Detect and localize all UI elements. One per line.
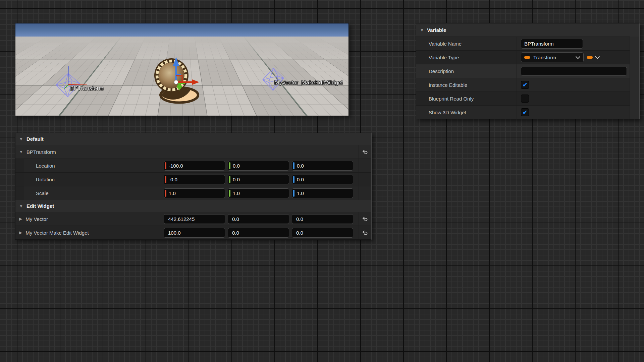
row-rotation: Rotation -0.0 0.0 0.0 <box>15 172 371 186</box>
collapse-arrow-icon[interactable]: ▼ <box>420 28 424 32</box>
y-axis-bar-icon <box>229 190 230 197</box>
z-axis-bar-icon <box>293 176 294 183</box>
row-show-3d-widget: Show 3D Widget <box>416 105 639 119</box>
z-axis-bar-icon <box>293 190 294 197</box>
location-y-field[interactable]: 0.0 <box>228 161 289 171</box>
rotation-x-field[interactable]: -0.0 <box>164 175 225 184</box>
variable-section-title: Variable <box>427 27 446 33</box>
row-variable-name: Variable Name <box>416 37 639 50</box>
my-vector-make-edit-widget-label: My Vector Make Edit Widget <box>25 230 89 236</box>
actor-label-bptransform: BPTransform <box>70 85 104 92</box>
indent-gutter <box>15 186 24 200</box>
default-section-header[interactable]: ▼ Default <box>15 133 371 145</box>
viewport-scene <box>15 23 348 116</box>
scale-x-field[interactable]: 1.0 <box>164 188 225 198</box>
my-vector-y-field[interactable]: 0.0 <box>228 214 289 224</box>
panel-scrollbar-gutter <box>630 37 639 119</box>
scale-z-field[interactable]: 1.0 <box>292 188 353 198</box>
reset-to-default-button[interactable] <box>361 229 369 236</box>
defaults-details-panel: ▼ Default ▼ BPTransform Location -100.0 … <box>15 133 372 240</box>
variable-name-label: Variable Name <box>429 41 462 47</box>
row-variable-type: Variable Type Transform <box>416 50 639 64</box>
expand-arrow-icon[interactable]: ▶ <box>19 231 22 235</box>
expand-arrow-icon[interactable]: ▶ <box>19 217 22 221</box>
my-vector-make-edit-widget-x-field[interactable]: 100.0 <box>164 228 225 238</box>
rotation-label: Rotation <box>24 177 55 182</box>
reset-to-default-button[interactable] <box>361 148 369 156</box>
edit-widget-section-header[interactable]: ▼ Edit Widget <box>15 200 371 212</box>
chevron-down-icon <box>576 54 580 59</box>
default-section-title: Default <box>26 136 44 142</box>
variable-details-panel: ▼ Variable Variable Name Variable Type T… <box>416 23 640 119</box>
my-vector-x-field[interactable]: 442.612245 <box>164 214 225 224</box>
rotation-z-field[interactable]: 0.0 <box>292 175 353 184</box>
3d-preview-viewport[interactable]: BPTransform MyVector_MakeEditWidget <box>15 23 349 116</box>
location-x-field[interactable]: -100.0 <box>164 161 225 171</box>
actor-label-myvector: MyVector_MakeEditWidget <box>274 79 343 86</box>
row-my-vector: ▶ My Vector 442.612245 0.0 0.0 <box>15 212 371 226</box>
y-axis-bar-icon <box>229 162 230 169</box>
row-location: Location -100.0 0.0 0.0 <box>15 159 371 172</box>
rotation-y-field[interactable]: 0.0 <box>228 175 289 184</box>
location-label: Location <box>24 163 55 169</box>
variable-section-header[interactable]: ▼ Variable <box>416 23 639 37</box>
description-input[interactable] <box>521 67 627 76</box>
z-axis-bar-icon <box>293 162 294 169</box>
transform-pin-icon <box>524 56 530 59</box>
row-my-vector-make-edit-widget: ▶ My Vector Make Edit Widget 100.0 0.0 0… <box>15 226 371 239</box>
bptransform-label: BPTransform <box>26 149 56 155</box>
variable-type-label: Variable Type <box>429 55 459 60</box>
variable-type-dropdown[interactable]: Transform <box>521 52 584 62</box>
collapse-arrow-icon[interactable]: ▼ <box>19 204 23 208</box>
instance-editable-checkbox[interactable] <box>521 81 529 89</box>
indent-gutter <box>15 173 24 186</box>
container-type-dropdown[interactable] <box>587 56 599 59</box>
description-label: Description <box>429 68 454 74</box>
row-instance-editable: Instance Editable <box>416 78 639 92</box>
my-vector-make-edit-widget-z-field[interactable]: 0.0 <box>292 228 353 238</box>
edit-widget-section-title: Edit Widget <box>26 203 54 209</box>
scale-y-field[interactable]: 1.0 <box>228 188 289 198</box>
row-scale: Scale 1.0 1.0 1.0 <box>15 186 371 200</box>
reset-to-default-button[interactable] <box>361 215 369 223</box>
my-vector-label: My Vector <box>25 216 48 222</box>
row-blueprint-read-only: Blueprint Read Only <box>416 92 639 105</box>
my-vector-z-field[interactable]: 0.0 <box>292 214 353 224</box>
gizmo-origin-dot[interactable] <box>174 80 178 84</box>
blueprint-read-only-checkbox[interactable] <box>521 95 529 103</box>
x-axis-bar-icon <box>165 162 166 169</box>
x-axis-bar-icon <box>165 176 166 183</box>
variable-type-value: Transform <box>533 55 576 60</box>
blueprint-read-only-label: Blueprint Read Only <box>429 96 474 102</box>
chevron-down-icon <box>595 54 600 59</box>
location-z-field[interactable]: 0.0 <box>292 161 353 171</box>
y-axis-bar-icon <box>229 176 230 183</box>
show-3d-widget-label: Show 3D Widget <box>429 110 466 115</box>
variable-name-input[interactable] <box>521 39 583 49</box>
my-vector-make-edit-widget-y-field[interactable]: 0.0 <box>228 228 289 238</box>
row-bptransform: ▼ BPTransform <box>15 145 371 159</box>
blueprint-graph-canvas[interactable]: BPTransform MyVector_MakeEditWidget ▼ Va… <box>0 0 644 362</box>
x-axis-bar-icon <box>165 190 166 197</box>
row-description: Description <box>416 64 639 78</box>
scale-label: Scale <box>24 190 49 196</box>
show-3d-widget-checkbox[interactable] <box>521 108 529 116</box>
collapse-arrow-icon[interactable]: ▼ <box>19 137 23 141</box>
indent-gutter <box>15 159 24 172</box>
container-pin-icon <box>587 56 593 59</box>
collapse-arrow-icon[interactable]: ▼ <box>19 150 23 154</box>
instance-editable-label: Instance Editable <box>429 82 467 88</box>
